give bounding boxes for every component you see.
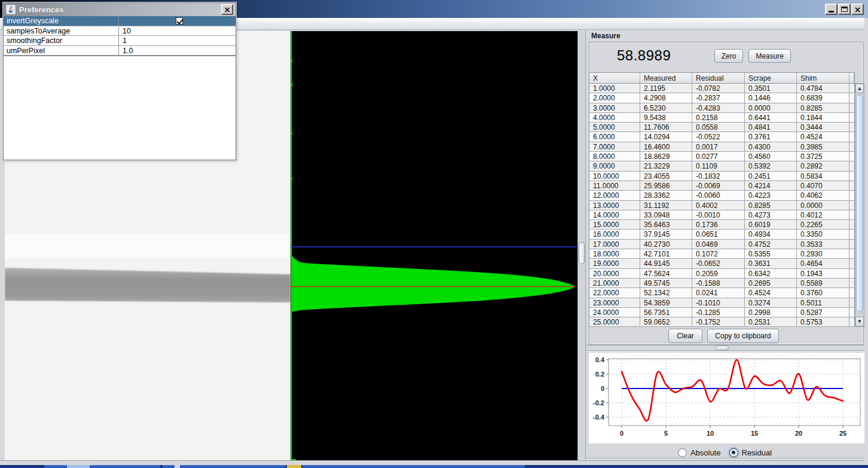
cell: 54.3859 — [640, 298, 692, 308]
cell: 2.1195 — [640, 84, 692, 93]
table-scrollbar[interactable]: ▲ ▼ — [855, 83, 864, 327]
cell: 5.0000 — [589, 123, 640, 132]
zero-button[interactable]: Zero — [714, 49, 743, 63]
taskbar[interactable] — [0, 465, 868, 468]
table-row[interactable]: 20.000047.56240.20590.63420.1943 — [589, 269, 854, 279]
col-header-measured[interactable]: Measured — [640, 73, 692, 83]
copy-to-clipboard-button[interactable]: Copy to clipboard — [707, 329, 779, 343]
radio-absolute-icon[interactable] — [678, 448, 687, 457]
radio-absolute[interactable]: Absolute — [678, 448, 721, 457]
table-row[interactable]: 8.000018.86290.02770.45600.3725 — [589, 152, 854, 161]
table-row[interactable]: 1.00002.1195-0.07820.35010.4784 — [589, 84, 854, 93]
scroll-down-icon[interactable]: ▼ — [855, 317, 864, 326]
cell: 0.0558 — [692, 123, 745, 132]
cell: 0.4070 — [797, 181, 849, 191]
cell: 0.4300 — [745, 142, 797, 152]
table-row[interactable]: 11.000025.9586-0.00690.42140.4070 — [589, 181, 854, 191]
cell: 0.4752 — [745, 240, 797, 249]
maximize-button[interactable] — [838, 4, 851, 15]
splitter-grip[interactable] — [716, 345, 729, 350]
table-row[interactable]: 7.000016.46000.00170.43000.3985 — [589, 142, 854, 152]
table-row[interactable]: 5.000011.76060.05580.48410.3444 — [589, 123, 854, 132]
table-row[interactable]: 24.000056.7351-0.12850.29980.5287 — [589, 308, 854, 317]
prefs-row-umPerPixel[interactable]: umPerPixel1.0 — [4, 46, 236, 56]
table-row[interactable]: 19.000044.9145-0.06520.36310.4654 — [589, 259, 854, 268]
radio-residual-icon[interactable] — [729, 448, 738, 457]
radio-residual-label: Residual — [742, 448, 772, 457]
cell: -0.0652 — [692, 259, 745, 268]
table-row[interactable]: 21.000049.5745-0.15880.26950.5589 — [589, 279, 854, 288]
prefs-value[interactable]: 1.0 — [119, 46, 236, 56]
table-row[interactable]: 13.000031.11920.40020.82850.0000 — [589, 201, 854, 210]
prefs-row-invertGreyscale[interactable]: invertGreyscale — [4, 16, 236, 26]
cell: 47.5624 — [640, 269, 692, 279]
table-row[interactable]: 10.000023.4055-0.18320.24510.5834 — [589, 172, 854, 181]
table-row[interactable]: 18.000042.71010.10720.53550.2930 — [589, 249, 854, 259]
measurements-table: X Measured Residual Scrape Shim 1.00002.… — [589, 72, 855, 327]
window-frame-bottom — [0, 460, 868, 465]
table-row[interactable]: 16.000037.91450.06510.49340.3350 — [589, 230, 854, 239]
svg-text:0: 0 — [620, 430, 624, 437]
cell: 0.4841 — [745, 123, 797, 132]
cell: 0.3631 — [745, 259, 797, 268]
prefs-key: samplesToAverage — [4, 26, 119, 36]
table-row[interactable]: 14.000033.0948-0.00100.42730.4012 — [589, 210, 854, 220]
cell: 0.4223 — [745, 191, 797, 200]
table-row[interactable]: 25.000059.0652-0.17520.25310.5753 — [589, 317, 854, 327]
prefs-row-samplesToAverage[interactable]: samplesToAverage10 — [4, 26, 236, 36]
svg-text:0.4: 0.4 — [595, 356, 605, 363]
table-row[interactable]: 15.000035.64630.17360.60190.2265 — [589, 220, 854, 230]
cell: 0.8285 — [797, 103, 849, 113]
profile-panel — [291, 31, 577, 460]
prefs-value[interactable] — [119, 16, 236, 26]
prefs-value[interactable]: 1 — [119, 36, 236, 45]
table-row[interactable]: 9.000021.32290.11090.53920.2892 — [589, 161, 854, 171]
measure-group: 58.8989 Zero Measure X Measured Residual… — [589, 42, 864, 345]
cell-filler — [849, 152, 854, 161]
cell: 0.5355 — [745, 249, 797, 259]
java-app-icon — [6, 5, 16, 14]
cell: 9.0000 — [589, 161, 640, 171]
radio-residual[interactable]: Residual — [729, 448, 772, 457]
cell: 0.3985 — [797, 142, 849, 152]
table-row[interactable]: 6.000014.0294-0.05220.37610.4524 — [589, 132, 854, 142]
table-row[interactable]: 22.000052.13420.02410.45240.3760 — [589, 288, 854, 298]
preferences-close-button[interactable]: × — [221, 4, 233, 15]
prefs-row-smoothingFactor[interactable]: smoothingFactor1 — [4, 36, 236, 46]
col-header-x[interactable]: X — [589, 73, 640, 83]
cell: 18.8629 — [640, 152, 692, 161]
checkbox-icon[interactable] — [176, 17, 183, 25]
col-header-shim[interactable]: Shim — [797, 73, 849, 83]
table-row[interactable]: 2.00004.2908-0.28370.14460.6839 — [589, 93, 854, 103]
scroll-up-icon[interactable]: ▲ — [855, 84, 864, 93]
preferences-title-bar[interactable]: Preferences × — [4, 3, 236, 16]
svg-text:10: 10 — [707, 430, 714, 437]
cell: 0.4524 — [745, 288, 797, 298]
clear-button[interactable]: Clear — [668, 329, 702, 343]
cell: 23.4055 — [640, 172, 692, 181]
slider-thumb[interactable] — [579, 242, 585, 264]
col-header-scrape[interactable]: Scrape — [745, 73, 797, 83]
table-row[interactable]: 3.00006.5230-0.42830.00000.8285 — [589, 103, 854, 113]
cell: 0.2059 — [692, 269, 745, 279]
cell-filler — [849, 279, 854, 288]
close-button[interactable]: × — [851, 4, 864, 15]
table-row[interactable]: 17.000040.27300.04690.47520.3533 — [589, 240, 854, 249]
threshold-slider[interactable] — [577, 31, 585, 460]
cell-filler — [849, 191, 854, 200]
minimize-button[interactable] — [825, 4, 838, 15]
cell: 0.4214 — [745, 181, 797, 191]
cell-filler — [849, 113, 854, 123]
prefs-key: umPerPixel — [4, 46, 119, 56]
table-row[interactable]: 4.00009.54380.21580.64410.1844 — [589, 113, 854, 123]
table-row[interactable]: 23.000054.3859-0.10100.32740.5011 — [589, 298, 854, 308]
table-row[interactable]: 12.000028.3362-0.00600.42230.4062 — [589, 191, 854, 200]
col-header-residual[interactable]: Residual — [692, 73, 745, 83]
cell: 11.7606 — [640, 123, 692, 132]
cell-filler — [849, 84, 854, 93]
prefs-value[interactable]: 10 — [119, 26, 236, 36]
splitter-line — [586, 350, 864, 351]
scrollbar-thumb[interactable] — [856, 94, 863, 312]
measure-button[interactable]: Measure — [748, 49, 791, 63]
svg-text:0: 0 — [601, 385, 604, 392]
